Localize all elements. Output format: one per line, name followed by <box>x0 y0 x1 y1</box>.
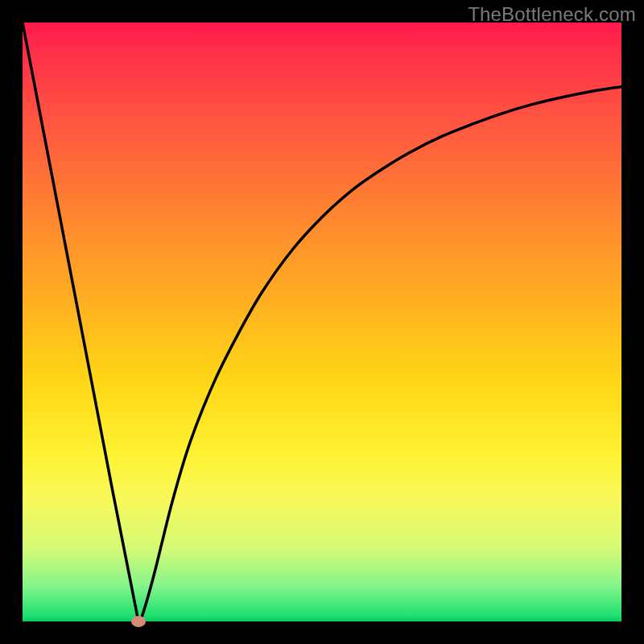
chart-container: TheBottleneck.com <box>0 0 644 644</box>
minimum-marker <box>131 616 146 627</box>
watermark-text: TheBottleneck.com <box>468 3 636 26</box>
plot-background-gradient <box>23 23 621 621</box>
